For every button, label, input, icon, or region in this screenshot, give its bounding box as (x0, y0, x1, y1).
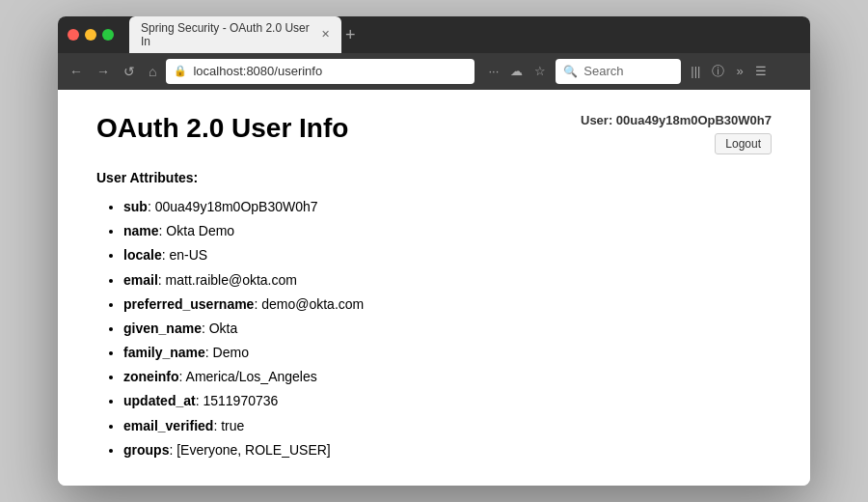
minimize-button[interactable] (85, 29, 96, 41)
attr-value: : matt.raible@okta.com (158, 272, 297, 288)
attributes-list: sub: 00ua49y18m0OpB30W0h7name: Okta Demo… (96, 195, 772, 462)
title-bar: Spring Security - OAuth 2.0 User In ✕ + (58, 16, 810, 53)
list-item: updated_at: 1511970736 (123, 389, 772, 413)
list-item: groups: [Everyone, ROLE_USER] (123, 438, 772, 462)
tab-close-icon[interactable]: ✕ (321, 28, 330, 41)
reload-button[interactable]: ↺ (120, 62, 139, 81)
list-item: email: matt.raible@okta.com (123, 268, 772, 293)
tab-label: Spring Security - OAuth 2.0 User In (141, 21, 313, 48)
list-item: name: Okta Demo (123, 219, 772, 243)
page-content: OAuth 2.0 User Info User: 00ua49y18m0OpB… (58, 90, 810, 486)
search-placeholder: Search (583, 64, 623, 78)
attr-value: : Okta Demo (159, 223, 235, 238)
list-item: sub: 00ua49y18m0OpB30W0h7 (123, 195, 772, 219)
more-button[interactable]: ··· (484, 62, 502, 80)
traffic-lights (68, 29, 114, 41)
list-item: family_name: Demo (123, 341, 772, 365)
attr-key: groups (123, 442, 169, 458)
list-item: preferred_username: demo@okta.com (123, 293, 772, 317)
search-bar[interactable]: 🔍 Search (556, 59, 681, 84)
attr-value: : demo@okta.com (254, 296, 364, 312)
attr-value: : true (213, 418, 244, 433)
library-button[interactable]: ||| (687, 62, 704, 80)
attr-value: : America/Los_Angeles (179, 369, 317, 384)
overflow-button[interactable]: » (732, 62, 746, 80)
attr-value: : Demo (205, 345, 249, 360)
browser-window: Spring Security - OAuth 2.0 User In ✕ + … (58, 16, 810, 486)
attr-key: email_verified (123, 418, 213, 433)
maximize-button[interactable] (102, 29, 114, 41)
attr-key: family_name (123, 345, 205, 360)
attr-key: zoneinfo (123, 369, 179, 384)
url-text: localhost:8080/userinfo (193, 64, 322, 78)
attr-value: : 1511970736 (196, 393, 279, 408)
menu-button[interactable]: ☰ (751, 62, 771, 80)
attr-key: locale (123, 247, 162, 263)
page-header: OAuth 2.0 User Info User: 00ua49y18m0OpB… (96, 113, 772, 154)
address-bar[interactable]: 🔒 localhost:8080/userinfo (166, 59, 475, 84)
active-tab[interactable]: Spring Security - OAuth 2.0 User In ✕ (129, 16, 341, 53)
user-label: User: 00ua49y18m0OpB30W0h7 (581, 113, 772, 127)
attr-key: name (123, 223, 159, 238)
logout-button[interactable]: Logout (715, 133, 772, 154)
attr-value: : 00ua49y18m0OpB30W0h7 (148, 199, 318, 214)
home-button[interactable]: ⌂ (145, 62, 160, 81)
attr-key: email (123, 272, 158, 288)
close-button[interactable] (68, 29, 79, 41)
list-item: given_name: Okta (123, 317, 772, 341)
star-button[interactable]: ☆ (530, 62, 550, 80)
pocket-button[interactable]: ☁ (506, 62, 527, 80)
nav-bar: ← → ↺ ⌂ 🔒 localhost:8080/userinfo ··· ☁ … (58, 53, 810, 90)
nav-right-actions: ||| ⓘ » ☰ (687, 61, 770, 82)
security-icon: 🔒 (174, 65, 187, 77)
user-info-right: User: 00ua49y18m0OpB30W0h7 Logout (581, 113, 772, 154)
attr-value: : en-US (162, 247, 207, 263)
list-item: zoneinfo: America/Los_Angeles (123, 365, 772, 389)
attributes-heading: User Attributes: (96, 170, 772, 185)
attr-key: sub (123, 199, 148, 214)
tab-bar: Spring Security - OAuth 2.0 User In ✕ + (129, 16, 800, 53)
new-tab-button[interactable]: + (345, 26, 356, 43)
list-item: locale: en-US (123, 243, 772, 267)
list-item: email_verified: true (123, 414, 772, 438)
attr-value: : Okta (202, 321, 237, 336)
info-button[interactable]: ⓘ (708, 61, 728, 82)
attr-value: : [Everyone, ROLE_USER] (169, 442, 330, 458)
forward-button[interactable]: → (93, 62, 114, 81)
attr-key: given_name (123, 321, 202, 336)
page-title: OAuth 2.0 User Info (96, 113, 348, 144)
attr-key: preferred_username (123, 296, 254, 312)
nav-actions: ··· ☁ ☆ (484, 62, 550, 80)
search-icon: 🔍 (563, 65, 578, 78)
back-button[interactable]: ← (66, 62, 87, 81)
attr-key: updated_at (123, 393, 196, 408)
